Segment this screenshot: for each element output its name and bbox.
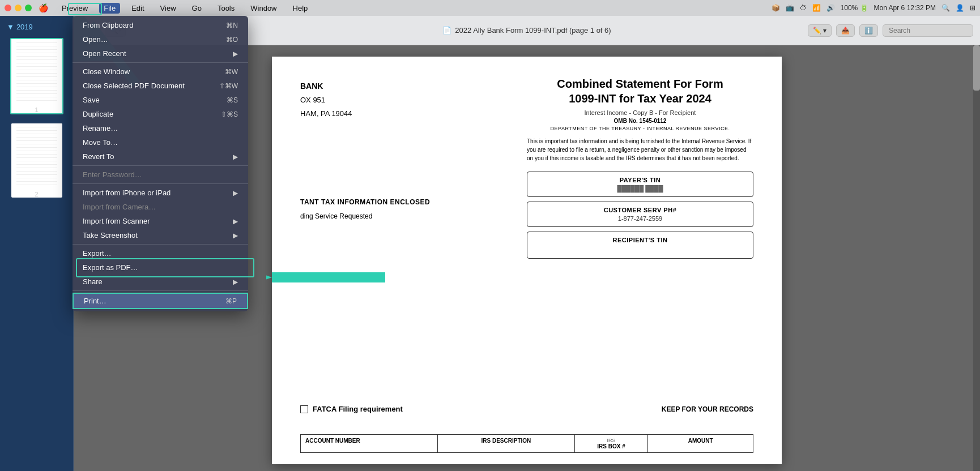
menu-print-label: Print…: [84, 297, 106, 305]
menu-import-scanner-label: Import from Scanner: [83, 217, 150, 225]
menu-import-iphone-label: Import from iPhone or iPad: [83, 189, 171, 197]
bank-info: BANK OX 951 HAM, PA 19044: [300, 79, 352, 120]
menu-revert-to[interactable]: Revert To ▶: [73, 149, 248, 164]
sidebar-page-2-preview: [11, 123, 62, 189]
menu-import-camera-label: Import from Camera…: [83, 203, 156, 211]
toolbar-right-controls: ✏️ ▾ 📤 ℹ️: [808, 24, 973, 37]
bank-name: BANK: [300, 79, 352, 93]
col-irs-box: IRS IRS BOX #: [575, 435, 648, 453]
recipients-tin-value: [534, 243, 746, 254]
scrollbar[interactable]: [973, 45, 980, 471]
sidebar-page-thumb-2[interactable]: 2: [11, 123, 62, 198]
close-button[interactable]: [5, 5, 11, 11]
sidebar-page-1-preview: [11, 39, 62, 104]
payers-tin-box: PAYER'S TIN ██████ ████: [527, 172, 753, 197]
menu-save[interactable]: Save ⌘S: [73, 93, 248, 107]
form-header: Combined Statement For Form 1099-INT for…: [527, 76, 753, 259]
menu-rename-label: Rename…: [83, 124, 118, 132]
menu-take-screenshot[interactable]: Take Screenshot ▶: [73, 228, 248, 242]
menu-share[interactable]: Share ▶: [73, 275, 248, 289]
sidebar-year-label: ▼ 2019: [2, 20, 71, 33]
menu-import-iphone[interactable]: Import from iPhone or iPad ▶: [73, 186, 248, 200]
menubar-wifi: 📶: [812, 4, 821, 12]
menubar-go[interactable]: Go: [188, 3, 206, 14]
search-input[interactable]: [883, 24, 973, 37]
minimize-button[interactable]: [15, 5, 22, 11]
menubar-user-icon[interactable]: 👤: [956, 4, 964, 12]
menu-move-to-label: Move To…: [83, 138, 118, 147]
sidebar-page-2-number: 2: [11, 191, 62, 198]
sidebar: ▼ 2019 1 2: [0, 16, 74, 471]
menubar-search-icon[interactable]: 🔍: [941, 4, 950, 12]
scrollbar-thumb[interactable]: [973, 45, 980, 91]
menubar-battery: 100% 🔋: [841, 4, 868, 12]
pdf-icon: 📄: [442, 26, 451, 35]
share-button[interactable]: 📤: [836, 24, 855, 37]
apple-menu[interactable]: 🍎: [39, 3, 48, 12]
menu-enter-password-label: Enter Password…: [83, 170, 142, 179]
menu-close-window-label: Close Window: [83, 67, 130, 76]
menu-duplicate[interactable]: Duplicate ⇧⌘S: [73, 107, 248, 121]
menu-import-iphone-arrow: ▶: [233, 189, 238, 197]
menubar-tools[interactable]: Tools: [213, 3, 239, 14]
menu-open-label: Open…: [83, 35, 108, 44]
menu-rename[interactable]: Rename…: [73, 121, 248, 135]
pdf-page: BANK OX 951 HAM, PA 19044 TANT TAX INFOR…: [272, 57, 782, 464]
fatca-label: FATCA Filing requirement: [313, 405, 403, 413]
traffic-lights: [5, 5, 32, 11]
menu-export[interactable]: Export…: [73, 246, 248, 260]
menu-open-recent[interactable]: Open Recent ▶: [73, 46, 248, 61]
menu-separator-5: [73, 290, 248, 291]
menubar-help[interactable]: Help: [288, 3, 313, 14]
menu-from-clipboard[interactable]: From Clipboard ⌘N: [73, 18, 248, 32]
menu-duplicate-shortcut: ⇧⌘S: [221, 110, 238, 118]
menu-open-recent-label: Open Recent: [83, 49, 126, 58]
form-subtitle: Interest Income - Copy B - For Recipient: [527, 109, 753, 116]
forwarding-service-label: ding Service Requested: [300, 212, 372, 220]
menubar-time-icon: ⏱: [800, 4, 807, 12]
menu-save-shortcut: ⌘S: [227, 96, 238, 104]
form-dept: DEPARTMENT OF THE TREASURY - INTERNAL RE…: [527, 126, 753, 131]
menubar-window[interactable]: Window: [246, 3, 281, 14]
fatca-section: FATCA Filing requirement: [300, 405, 403, 413]
menu-enter-password: Enter Password…: [73, 168, 248, 182]
menu-close-pdf[interactable]: Close Selected PDF Document ⇧⌘W: [73, 79, 248, 93]
menu-duplicate-label: Duplicate: [83, 110, 113, 118]
sidebar-page-thumb-1[interactable]: 1: [10, 38, 63, 114]
chevron-down-icon: ▼: [7, 23, 14, 31]
bank-box: OX 951: [300, 93, 352, 106]
menubar-right: 📦 📺 ⏱ 📶 🔊 100% 🔋 Mon Apr 6 12:32 PM 🔍 👤 …: [772, 4, 975, 12]
col-irs-description: IRS DESCRIPTION: [438, 435, 575, 453]
menubar-file[interactable]: File: [99, 3, 120, 14]
menu-take-screenshot-arrow: ▶: [233, 232, 238, 239]
menu-import-scanner[interactable]: Import from Scanner ▶: [73, 214, 248, 228]
recipients-tin-box: RECIPIENT'S TIN: [527, 232, 753, 259]
menu-move-to[interactable]: Move To…: [73, 135, 248, 149]
menubar-preview[interactable]: Preview: [57, 3, 92, 14]
fatca-checkbox[interactable]: [300, 405, 308, 413]
menu-print[interactable]: Print… ⌘P: [73, 293, 248, 309]
menu-open[interactable]: Open… ⌘O: [73, 32, 248, 46]
menu-separator-3: [73, 183, 248, 184]
menu-export-pdf-label: Export as PDF…: [83, 263, 138, 272]
sidebar-page-1-number: 1: [11, 106, 62, 113]
maximize-button[interactable]: [25, 5, 32, 11]
menu-separator-2: [73, 165, 248, 166]
markup-button[interactable]: ✏️ ▾: [808, 24, 832, 37]
menu-print-shortcut: ⌘P: [225, 297, 237, 305]
menubar-grid-icon[interactable]: ⊞: [970, 4, 975, 12]
toolbar-title: 📄 2022 Ally Bank Form 1099-INT.pdf (page…: [442, 26, 611, 35]
bottom-table: ACCOUNT NUMBER IRS DESCRIPTION IRS IRS B…: [300, 434, 753, 453]
menu-share-label: Share: [83, 277, 103, 286]
menu-close-window[interactable]: Close Window ⌘W: [73, 65, 248, 79]
menu-separator-4: [73, 244, 248, 245]
info-button[interactable]: ℹ️: [859, 24, 878, 37]
menu-open-shortcut: ⌘O: [226, 36, 238, 44]
menu-close-pdf-label: Close Selected PDF Document: [83, 82, 185, 90]
menu-save-label: Save: [83, 96, 100, 104]
menubar-time: Mon Apr 6 12:32 PM: [874, 4, 936, 12]
menubar-view[interactable]: View: [156, 3, 181, 14]
table-header-row: ACCOUNT NUMBER IRS DESCRIPTION IRS IRS B…: [300, 434, 753, 453]
menubar-edit[interactable]: Edit: [127, 3, 148, 14]
menu-export-pdf[interactable]: Export as PDF…: [73, 260, 248, 275]
